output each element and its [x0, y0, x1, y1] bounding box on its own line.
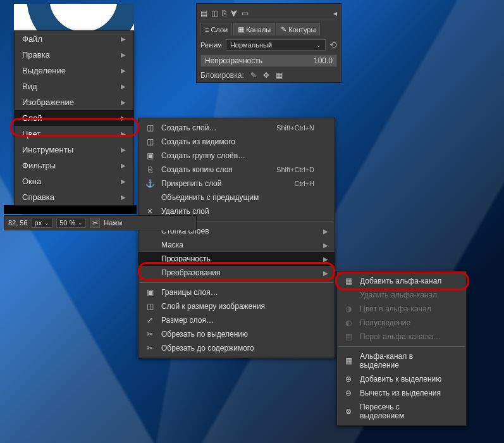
menu-item-Вид[interactable]: Вид▶ — [15, 78, 133, 94]
menu-item[interactable]: ✂ Обрезать до содержимого — [138, 341, 335, 355]
layers-dock: ▤ ◫ ⎘ ⮟ ▭ ◂ ≡Слои ▦Каналы ✎Контуры Режим… — [196, 3, 341, 83]
menu-item[interactable]: Удалить альфа-канал — [337, 288, 466, 302]
menu-item-Файл[interactable]: Файл▶ — [15, 31, 133, 47]
menu-item-Фильтры[interactable]: Фильтры▶ — [15, 158, 133, 173]
menu-icon[interactable]: ◂ — [333, 9, 337, 18]
menu-item[interactable]: ◫ Создать из видимого — [138, 135, 335, 149]
tool-icon[interactable]: ⎘ — [222, 9, 226, 18]
menu-item[interactable]: ◫ Создать слой… Shift+Ctrl+N — [138, 121, 335, 135]
menu-item[interactable]: ⊕ Добавить к выделению — [337, 372, 466, 386]
menu-item[interactable]: ⊗ Пересечь с выделением — [337, 400, 466, 423]
menu-item[interactable]: Маска ▶ — [138, 238, 335, 252]
menu-item[interactable]: Преобразования ▶ — [138, 266, 335, 280]
dock-toolbar: ▤ ◫ ⎘ ⮟ ▭ ◂ — [200, 6, 337, 20]
menu-item[interactable]: ✂ Обрезать по выделению — [138, 327, 335, 341]
tool-icon[interactable]: ◫ — [211, 9, 218, 18]
image-shape — [27, 4, 134, 30]
menu-item[interactable]: ⊖ Вычесть из выделения — [337, 386, 466, 400]
canvas-fragment — [14, 4, 134, 30]
menu-item[interactable]: ▣ Границы слоя… — [138, 285, 335, 299]
layer-submenu: ◫ Создать слой… Shift+Ctrl+N ◫ Создать и… — [138, 118, 335, 358]
menu-item[interactable]: ◐ Полусведение — [337, 316, 466, 330]
opacity-label: Непрозрачность — [205, 56, 262, 65]
lock-pixels-icon[interactable]: ✎ — [250, 71, 257, 80]
lock-position-icon[interactable]: ✥ — [263, 71, 269, 80]
menu-item-Выделение[interactable]: Выделение▶ — [15, 63, 133, 78]
tab-paths[interactable]: ✎Контуры — [276, 23, 320, 35]
reset-icon[interactable]: ⟲ — [329, 40, 337, 50]
tool-icon[interactable]: ⮟ — [230, 9, 238, 18]
tool-icon[interactable]: ▤ — [200, 9, 207, 18]
menu-item-Слой[interactable]: Слой▶ — [15, 110, 133, 126]
cursor-coords: 82, 56 — [8, 219, 28, 227]
opacity-value: 100.0 — [314, 56, 333, 65]
blend-mode-row: Режим Нормальный⌄ ⟲ — [200, 39, 337, 51]
menu-item-Правка[interactable]: Правка▶ — [15, 47, 133, 63]
menu-item[interactable]: ▤ Порог альфа-канала… — [337, 330, 466, 344]
menu-item[interactable]: Прозрачность ▶ — [138, 252, 335, 266]
menu-item[interactable]: ▦ Альфа-канал в выделение — [337, 349, 466, 372]
transparency-submenu: ▦ Добавить альфа-канал Удалить альфа-кан… — [336, 271, 467, 426]
lock-row: Блокировка: ✎ ✥ ▦ — [200, 71, 337, 80]
menu-item[interactable]: ◑ Цвет в альфа-канал — [337, 302, 466, 316]
menu-item[interactable]: ▦ Добавить альфа-канал — [337, 274, 466, 288]
canvas-border — [4, 205, 137, 214]
menu-item[interactable]: ▣ Создать группу слоёв… — [138, 149, 335, 163]
main-context-menu: Файл▶Правка▶Выделение▶Вид▶Изображение▶Сл… — [14, 30, 134, 206]
menu-item[interactable]: ⤢ Размер слоя… — [138, 313, 335, 327]
menu-item-Справка[interactable]: Справка▶ — [15, 189, 133, 205]
opacity-slider[interactable]: Непрозрачность 100.0 — [200, 54, 337, 67]
lock-label: Блокировка: — [200, 71, 244, 80]
tab-layers[interactable]: ≡Слои — [200, 23, 232, 35]
separator — [140, 282, 333, 283]
menu-item[interactable]: ⎘ Создать копию слоя Shift+Ctrl+D — [138, 163, 335, 177]
status-bar: 82, 56 px⌄ 50 %⌄ ✂ Нажм — [4, 215, 197, 230]
menu-item-Цвет[interactable]: Цвет▶ — [15, 126, 133, 142]
hint-text: Нажм — [104, 219, 122, 227]
mode-select[interactable]: Нормальный⌄ — [226, 39, 326, 51]
dock-tabs: ≡Слои ▦Каналы ✎Контуры — [200, 23, 337, 35]
menu-item-Окна[interactable]: Окна▶ — [15, 173, 133, 189]
menu-item[interactable]: Объединить с предыдущим — [138, 190, 335, 204]
menu-item-Изображение[interactable]: Изображение▶ — [15, 94, 133, 110]
tool-icon[interactable]: ▭ — [242, 9, 249, 18]
mode-label: Режим — [200, 41, 222, 49]
menu-item[interactable]: ◫ Слой к размеру изображения — [138, 299, 335, 313]
scissors-icon[interactable]: ✂ — [90, 218, 100, 228]
menu-item-Инструменты[interactable]: Инструменты▶ — [15, 142, 133, 158]
zoom-select[interactable]: 50 %⌄ — [56, 218, 86, 228]
menu-item[interactable]: ⚓ Прикрепить слой Ctrl+H — [138, 177, 335, 190]
separator — [338, 346, 465, 347]
tab-channels[interactable]: ▦Каналы — [233, 23, 275, 35]
lock-alpha-icon[interactable]: ▦ — [276, 71, 283, 80]
unit-select[interactable]: px⌄ — [32, 218, 53, 228]
